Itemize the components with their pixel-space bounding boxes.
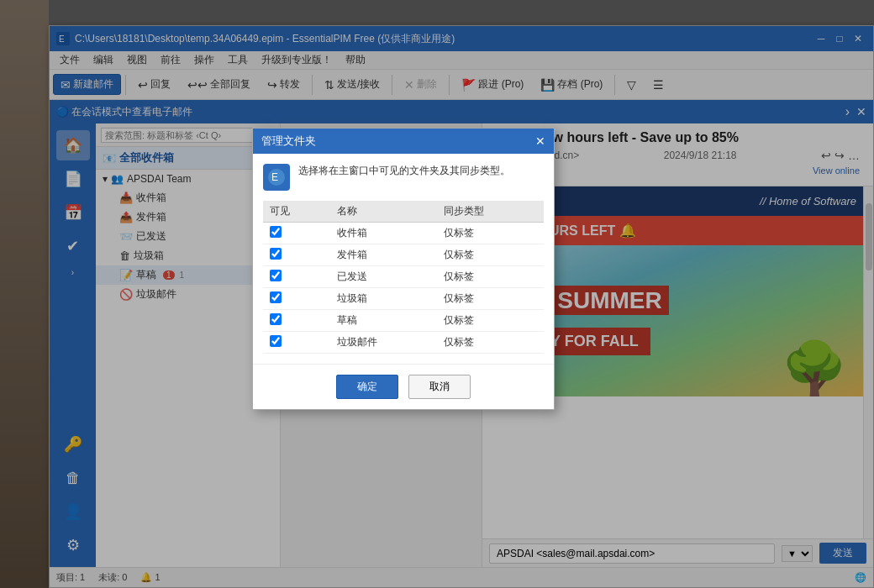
modal-overlay: 管理文件夹 ✕ E 选择将在主窗口中可见的文件夹及其同步类型。 可见 名称 同步… — [0, 0, 874, 588]
modal-app-icon: E — [263, 164, 290, 191]
folder-checkbox-2[interactable] — [270, 270, 282, 281]
modal-description: 选择将在主窗口中可见的文件夹及其同步类型。 — [298, 164, 510, 178]
folder-checkbox-5[interactable] — [270, 335, 282, 347]
modal-table-row: 草稿 仅标签 — [263, 310, 544, 332]
modal-table: 可见 名称 同步类型 收件箱 仅标签 发件箱 仅标签 已发送 仅标签 垃圾箱 仅… — [263, 201, 544, 354]
col-name: 名称 — [330, 201, 437, 223]
folder-name-0: 收件箱 — [330, 223, 437, 244]
modal-titlebar: 管理文件夹 ✕ — [253, 129, 554, 154]
modal-table-row: 垃圾箱 仅标签 — [263, 288, 544, 310]
modal-body: E 选择将在主窗口中可见的文件夹及其同步类型。 可见 名称 同步类型 收件箱 仅… — [253, 154, 554, 364]
folder-sync-2: 仅标签 — [437, 266, 544, 288]
modal-title: 管理文件夹 — [261, 134, 316, 149]
modal-header-row: E 选择将在主窗口中可见的文件夹及其同步类型。 — [263, 164, 544, 191]
svg-text:E: E — [271, 171, 278, 183]
modal-table-row: 收件箱 仅标签 — [263, 223, 544, 244]
folder-sync-4: 仅标签 — [437, 310, 544, 332]
modal-ok-button[interactable]: 确定 — [336, 375, 398, 399]
folder-name-3: 垃圾箱 — [330, 288, 437, 310]
folder-sync-0: 仅标签 — [437, 223, 544, 244]
modal-table-row: 垃圾邮件 仅标签 — [263, 332, 544, 354]
modal-close-button[interactable]: ✕ — [535, 134, 545, 148]
folder-checkbox-0[interactable] — [270, 226, 282, 238]
col-visible: 可见 — [263, 201, 330, 223]
folder-checkbox-4[interactable] — [270, 313, 282, 325]
folder-sync-1: 仅标签 — [437, 244, 544, 266]
folder-name-1: 发件箱 — [330, 244, 437, 266]
modal-footer: 确定 取消 — [253, 364, 554, 409]
folder-sync-3: 仅标签 — [437, 288, 544, 310]
manage-folders-dialog: 管理文件夹 ✕ E 选择将在主窗口中可见的文件夹及其同步类型。 可见 名称 同步… — [252, 128, 555, 410]
folder-name-5: 垃圾邮件 — [330, 332, 437, 354]
folder-name-2: 已发送 — [330, 266, 437, 288]
folder-checkbox-3[interactable] — [270, 291, 282, 303]
folder-sync-5: 仅标签 — [437, 332, 544, 354]
folder-checkbox-1[interactable] — [270, 248, 282, 260]
col-sync: 同步类型 — [437, 201, 544, 223]
modal-table-row: 发件箱 仅标签 — [263, 244, 544, 266]
modal-table-row: 已发送 仅标签 — [263, 266, 544, 288]
folder-name-4: 草稿 — [330, 310, 437, 332]
modal-cancel-button[interactable]: 取消 — [408, 375, 471, 399]
